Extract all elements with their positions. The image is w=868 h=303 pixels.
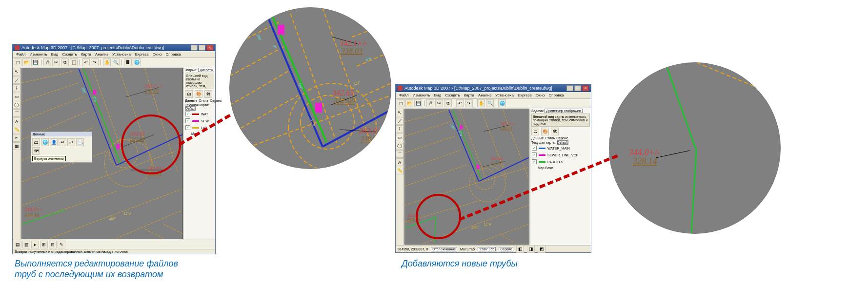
tool-1[interactable]: ▸ (31, 241, 39, 248)
line-icon[interactable]: ／ (396, 117, 404, 125)
tab-service[interactable]: Сервис (556, 136, 568, 140)
layer-row[interactable]: ✓LAT (185, 125, 214, 131)
task-dropdown[interactable]: Диспетч (198, 68, 214, 72)
menu-file[interactable]: Файл (398, 93, 410, 97)
rect-icon[interactable]: ▭ (396, 133, 404, 141)
layer-row[interactable]: ✓WATER_MAIN (531, 145, 590, 151)
tab-service[interactable]: Сервис (210, 99, 222, 102)
scale-value[interactable]: 1:907.955 (478, 247, 496, 251)
palette-btn-6[interactable]: 📑 (76, 138, 84, 146)
tool-2[interactable]: ⊞ (40, 241, 48, 248)
palette-btn-2[interactable]: 🌐 (41, 138, 49, 146)
layer-row[interactable]: ✓PARCELS (531, 159, 590, 165)
polyline-icon[interactable]: ⌇ (396, 125, 404, 133)
checkbox-icon[interactable]: ✓ (532, 159, 537, 164)
menu-create[interactable]: Создать (444, 93, 461, 97)
minimize-button[interactable]: _ (566, 85, 573, 91)
menu-window[interactable]: Окно (151, 52, 163, 57)
menu-window[interactable]: Окно (534, 93, 546, 97)
palette-btn-5[interactable]: ⇄ (67, 138, 75, 146)
task-dropdown[interactable]: Диспетчер отображен (545, 109, 582, 113)
undo-icon[interactable]: ↶ (82, 58, 90, 66)
layout-tab[interactable]: ▥ (22, 241, 30, 248)
copy-icon[interactable]: ⧉ (61, 58, 69, 66)
tab-data[interactable]: Данные (185, 99, 197, 102)
status-icon-1[interactable]: ◧ (516, 245, 524, 253)
menu-setup[interactable]: Установка (111, 52, 132, 57)
globe-icon[interactable]: 🌐 (133, 58, 141, 66)
checkbox-icon[interactable]: ✓ (185, 112, 190, 116)
menu-map[interactable]: Карта (80, 52, 93, 57)
trim-icon[interactable]: ✂ (13, 134, 20, 142)
layer-row[interactable]: Map Base (531, 166, 590, 170)
rect-icon[interactable]: ▭ (13, 93, 20, 100)
menu-view[interactable]: Вид (50, 52, 60, 57)
menu-file[interactable]: Файл (15, 52, 27, 57)
layer-row[interactable]: ✓WAT (185, 111, 214, 117)
text-icon[interactable]: A (13, 117, 20, 125)
service-dropdown[interactable]: Сервис (499, 247, 513, 251)
undo-icon[interactable]: ↶ (456, 99, 464, 107)
palette-btn-7[interactable]: 🗺 (32, 147, 40, 155)
titlebar[interactable]: Autodesk Map 3D 2007 - [C:\Map_2007_proj… (13, 44, 215, 51)
save-icon[interactable]: 💾 (414, 99, 422, 107)
measure-icon[interactable]: 📏 (396, 167, 404, 174)
tab-data[interactable]: Данные (531, 136, 544, 140)
measure-icon[interactable]: 📏 (13, 126, 20, 133)
redo-icon[interactable]: ↷ (465, 99, 473, 107)
menu-view[interactable]: Вид (433, 93, 443, 97)
line-icon[interactable]: ／ (13, 76, 20, 84)
palette-btn-1[interactable]: 🗃 (32, 138, 40, 146)
tab-service-icon[interactable]: 🛠 (551, 128, 559, 135)
zoom-icon[interactable]: 🔍 (486, 99, 494, 107)
layer-row[interactable]: Map (185, 132, 214, 136)
checkbox-icon[interactable]: ✓ (532, 146, 537, 151)
drawing-canvas[interactable]: 342.1+/- 338.03 342.63 337.69 344.0+/- 3… (404, 109, 529, 245)
cut-icon[interactable]: ✂ (52, 58, 60, 66)
palette-title[interactable]: Данные (31, 132, 92, 136)
palette-btn-3[interactable]: 👤 (50, 138, 58, 146)
redo-icon[interactable]: ↷ (91, 58, 99, 66)
circle-icon[interactable]: ◯ (13, 101, 20, 109)
layer-row[interactable]: ✓SEWER_LINE_VCP (531, 152, 590, 158)
menu-setup[interactable]: Установка (494, 93, 515, 97)
minimize-button[interactable]: _ (191, 45, 198, 51)
open-icon[interactable]: 📂 (405, 99, 413, 107)
print-icon[interactable]: ⎙ (426, 99, 434, 107)
status-icon-3[interactable]: ◩ (538, 245, 545, 253)
pan-icon[interactable]: ✋ (103, 58, 111, 66)
tool-4[interactable]: ✎ (58, 241, 65, 248)
menu-map[interactable]: Карта (463, 93, 476, 97)
status-icon-2[interactable]: ◨ (527, 245, 535, 253)
menu-help[interactable]: Справка (164, 52, 182, 57)
menu-edit[interactable]: Изменить (411, 93, 432, 97)
text-icon[interactable]: A (396, 158, 404, 166)
checkbox-icon[interactable]: ✓ (185, 125, 190, 130)
menu-analysis[interactable]: Анализ (477, 93, 493, 97)
circle-icon[interactable]: ◯ (396, 142, 404, 150)
hatch-icon[interactable]: ▦ (13, 142, 20, 150)
drawing-canvas[interactable]: 342.1+/- 338.03 342.63 337.69 343.0+/- 3… (21, 68, 183, 239)
menu-create[interactable]: Создать (61, 52, 78, 57)
status-snap[interactable]: Отслеживание (431, 247, 457, 251)
globe-icon[interactable]: 🌐 (498, 99, 506, 107)
cut-icon[interactable]: ✂ (435, 99, 443, 107)
close-button[interactable]: × (582, 85, 589, 91)
tab-style[interactable]: Стиль (545, 136, 555, 140)
new-icon[interactable]: ◻ (397, 99, 404, 107)
menu-help[interactable]: Справка (547, 93, 565, 97)
select-icon[interactable]: ↖ (13, 68, 20, 76)
tab-style[interactable]: Стиль (199, 99, 208, 102)
arc-icon[interactable]: ⌒ (396, 150, 404, 158)
current-map-value[interactable]: Default (557, 140, 568, 145)
pan-icon[interactable]: ✋ (477, 99, 485, 107)
menu-edit[interactable]: Изменить (28, 52, 49, 57)
save-icon[interactable]: 💾 (31, 58, 39, 66)
paste-icon[interactable]: 📋 (70, 58, 78, 66)
tab-service-icon[interactable]: 🛠 (204, 90, 212, 98)
layers-icon[interactable]: ≣ (124, 58, 132, 66)
current-map-value[interactable]: Defaul (185, 106, 196, 111)
maximize-button[interactable]: □ (574, 85, 581, 91)
open-icon[interactable]: 📂 (22, 58, 30, 66)
menu-analysis[interactable]: Анализ (94, 52, 110, 57)
